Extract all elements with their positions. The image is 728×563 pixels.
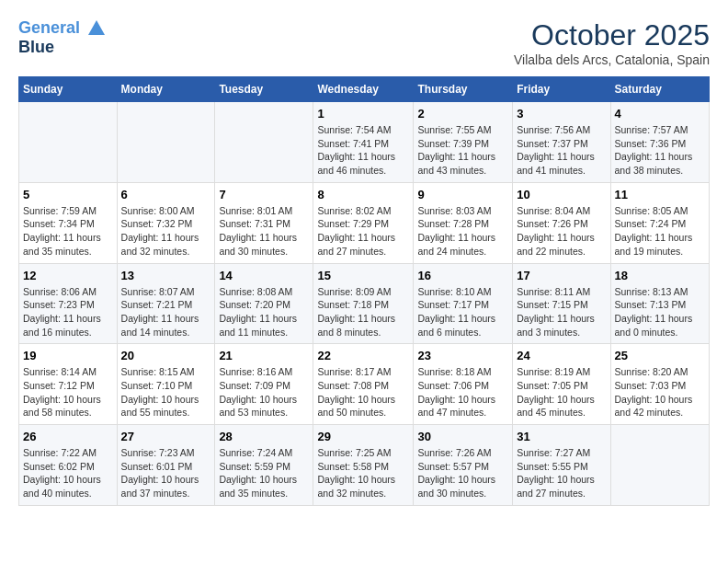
calendar-cell: 25Sunrise: 8:20 AM Sunset: 7:03 PM Dayli… [610, 344, 709, 425]
day-info: Sunrise: 7:22 AM Sunset: 6:02 PM Dayligh… [23, 446, 113, 500]
day-info: Sunrise: 8:13 AM Sunset: 7:13 PM Dayligh… [615, 285, 705, 339]
day-number: 5 [23, 188, 113, 201]
day-info: Sunrise: 8:16 AM Sunset: 7:09 PM Dayligh… [219, 365, 309, 419]
day-number: 8 [317, 188, 409, 201]
calendar-cell: 16Sunrise: 8:10 AM Sunset: 7:17 PM Dayli… [414, 263, 513, 344]
calendar-cell [215, 102, 313, 183]
day-number: 30 [417, 430, 508, 443]
day-info: Sunrise: 8:07 AM Sunset: 7:21 PM Dayligh… [121, 285, 211, 339]
weekday-header-friday: Friday [513, 77, 610, 102]
day-info: Sunrise: 8:15 AM Sunset: 7:10 PM Dayligh… [121, 365, 211, 419]
day-number: 25 [615, 349, 705, 362]
day-number: 23 [417, 349, 508, 362]
day-info: Sunrise: 7:24 AM Sunset: 5:59 PM Dayligh… [219, 446, 309, 500]
calendar-cell: 28Sunrise: 7:24 AM Sunset: 5:59 PM Dayli… [215, 425, 313, 506]
day-info: Sunrise: 8:10 AM Sunset: 7:17 PM Dayligh… [417, 285, 508, 339]
day-number: 19 [23, 349, 113, 362]
calendar-cell: 7Sunrise: 8:01 AM Sunset: 7:31 PM Daylig… [215, 182, 313, 263]
day-number: 17 [517, 269, 606, 282]
calendar-cell: 11Sunrise: 8:05 AM Sunset: 7:24 PM Dayli… [610, 182, 709, 263]
calendar-week-row: 26Sunrise: 7:22 AM Sunset: 6:02 PM Dayli… [19, 425, 710, 506]
day-number: 31 [517, 430, 606, 443]
calendar-cell: 20Sunrise: 8:15 AM Sunset: 7:10 PM Dayli… [117, 344, 215, 425]
day-number: 16 [417, 269, 508, 282]
calendar-week-row: 1Sunrise: 7:54 AM Sunset: 7:41 PM Daylig… [19, 102, 710, 183]
calendar-cell: 9Sunrise: 8:03 AM Sunset: 7:28 PM Daylig… [414, 182, 513, 263]
day-info: Sunrise: 8:06 AM Sunset: 7:23 PM Dayligh… [23, 285, 113, 339]
day-number: 3 [517, 107, 606, 121]
day-number: 2 [417, 107, 508, 121]
day-info: Sunrise: 7:55 AM Sunset: 7:39 PM Dayligh… [417, 123, 508, 178]
calendar-cell: 31Sunrise: 7:27 AM Sunset: 5:55 PM Dayli… [513, 425, 610, 506]
calendar-cell: 2Sunrise: 7:55 AM Sunset: 7:39 PM Daylig… [414, 102, 513, 183]
calendar-cell: 6Sunrise: 8:00 AM Sunset: 7:32 PM Daylig… [117, 182, 215, 263]
day-number: 18 [615, 269, 705, 282]
day-info: Sunrise: 7:54 AM Sunset: 7:41 PM Dayligh… [317, 123, 409, 178]
day-number: 28 [219, 430, 309, 443]
day-info: Sunrise: 8:02 AM Sunset: 7:29 PM Dayligh… [317, 204, 409, 259]
calendar-cell: 15Sunrise: 8:09 AM Sunset: 7:18 PM Dayli… [313, 263, 414, 344]
calendar-cell: 19Sunrise: 8:14 AM Sunset: 7:12 PM Dayli… [19, 344, 118, 425]
month-title: October 2025 [514, 18, 710, 52]
day-info: Sunrise: 7:59 AM Sunset: 7:34 PM Dayligh… [23, 204, 113, 259]
title-block: October 2025 Vilalba dels Arcs, Cataloni… [514, 18, 710, 67]
day-info: Sunrise: 8:00 AM Sunset: 7:32 PM Dayligh… [121, 204, 211, 259]
calendar-cell: 5Sunrise: 7:59 AM Sunset: 7:34 PM Daylig… [19, 182, 118, 263]
day-number: 15 [317, 269, 409, 282]
day-info: Sunrise: 7:57 AM Sunset: 7:36 PM Dayligh… [615, 123, 705, 178]
calendar-table: SundayMondayTuesdayWednesdayThursdayFrid… [18, 76, 710, 506]
day-info: Sunrise: 8:09 AM Sunset: 7:18 PM Dayligh… [317, 285, 409, 339]
svg-marker-0 [88, 20, 105, 35]
weekday-header-wednesday: Wednesday [313, 77, 414, 102]
calendar-cell: 3Sunrise: 7:56 AM Sunset: 7:37 PM Daylig… [513, 102, 610, 183]
day-info: Sunrise: 7:56 AM Sunset: 7:37 PM Dayligh… [517, 123, 606, 178]
day-info: Sunrise: 8:19 AM Sunset: 7:05 PM Dayligh… [517, 365, 606, 419]
calendar-cell: 8Sunrise: 8:02 AM Sunset: 7:29 PM Daylig… [313, 182, 414, 263]
day-info: Sunrise: 7:27 AM Sunset: 5:55 PM Dayligh… [517, 446, 606, 500]
day-info: Sunrise: 7:26 AM Sunset: 5:57 PM Dayligh… [417, 446, 508, 500]
logo-text: General Blue [18, 18, 107, 57]
calendar-cell: 23Sunrise: 8:18 AM Sunset: 7:06 PM Dayli… [414, 344, 513, 425]
day-info: Sunrise: 8:05 AM Sunset: 7:24 PM Dayligh… [615, 204, 705, 259]
calendar-body: 1Sunrise: 7:54 AM Sunset: 7:41 PM Daylig… [19, 102, 710, 506]
calendar-cell: 18Sunrise: 8:13 AM Sunset: 7:13 PM Dayli… [610, 263, 709, 344]
calendar-cell: 17Sunrise: 8:11 AM Sunset: 7:15 PM Dayli… [513, 263, 610, 344]
day-number: 27 [121, 430, 211, 443]
calendar-cell: 14Sunrise: 8:08 AM Sunset: 7:20 PM Dayli… [215, 263, 313, 344]
day-info: Sunrise: 8:14 AM Sunset: 7:12 PM Dayligh… [23, 365, 113, 419]
calendar-cell [19, 102, 118, 183]
calendar-cell: 26Sunrise: 7:22 AM Sunset: 6:02 PM Dayli… [19, 425, 118, 506]
calendar-cell: 30Sunrise: 7:26 AM Sunset: 5:57 PM Dayli… [414, 425, 513, 506]
day-number: 9 [417, 188, 508, 201]
day-info: Sunrise: 7:23 AM Sunset: 6:01 PM Dayligh… [121, 446, 211, 500]
day-info: Sunrise: 8:17 AM Sunset: 7:08 PM Dayligh… [317, 365, 409, 419]
day-info: Sunrise: 8:08 AM Sunset: 7:20 PM Dayligh… [219, 285, 309, 339]
day-number: 6 [121, 188, 211, 201]
day-info: Sunrise: 8:03 AM Sunset: 7:28 PM Dayligh… [417, 204, 508, 259]
day-info: Sunrise: 8:18 AM Sunset: 7:06 PM Dayligh… [417, 365, 508, 419]
day-number: 11 [615, 188, 705, 201]
page-header: General Blue October 2025 Vilalba dels A… [18, 18, 710, 67]
day-info: Sunrise: 8:01 AM Sunset: 7:31 PM Dayligh… [219, 204, 309, 259]
calendar-cell: 22Sunrise: 8:17 AM Sunset: 7:08 PM Dayli… [313, 344, 414, 425]
day-number: 21 [219, 349, 309, 362]
day-number: 20 [121, 349, 211, 362]
weekday-header-monday: Monday [117, 77, 215, 102]
day-number: 1 [317, 107, 409, 121]
weekday-header-sunday: Sunday [19, 77, 118, 102]
calendar-week-row: 5Sunrise: 7:59 AM Sunset: 7:34 PM Daylig… [19, 182, 710, 263]
day-number: 14 [219, 269, 309, 282]
day-number: 13 [121, 269, 211, 282]
day-info: Sunrise: 8:11 AM Sunset: 7:15 PM Dayligh… [517, 285, 606, 339]
day-number: 22 [317, 349, 409, 362]
calendar-cell: 13Sunrise: 8:07 AM Sunset: 7:21 PM Dayli… [117, 263, 215, 344]
calendar-cell: 29Sunrise: 7:25 AM Sunset: 5:58 PM Dayli… [313, 425, 414, 506]
location: Vilalba dels Arcs, Catalonia, Spain [514, 52, 710, 67]
day-number: 24 [517, 349, 606, 362]
weekday-header-tuesday: Tuesday [215, 77, 313, 102]
calendar-cell: 24Sunrise: 8:19 AM Sunset: 7:05 PM Dayli… [513, 344, 610, 425]
day-number: 10 [517, 188, 606, 201]
calendar-cell: 21Sunrise: 8:16 AM Sunset: 7:09 PM Dayli… [215, 344, 313, 425]
day-number: 12 [23, 269, 113, 282]
day-number: 7 [219, 188, 309, 201]
